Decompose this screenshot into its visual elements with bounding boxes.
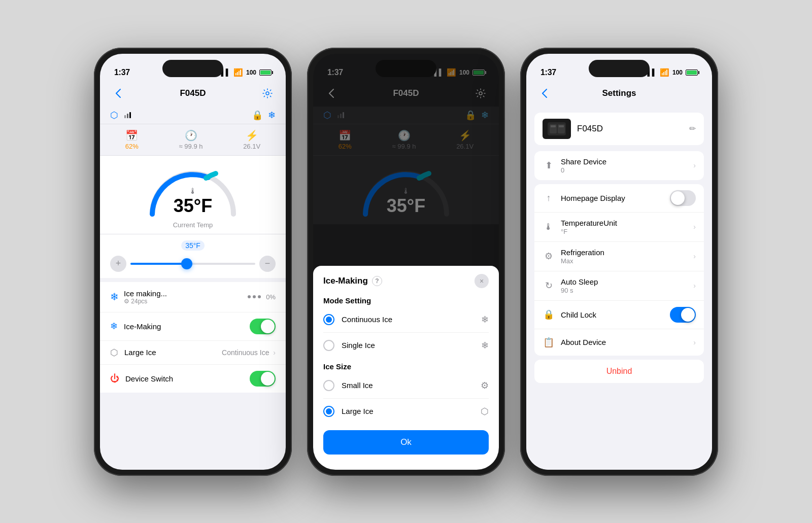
about-content-3: About Device [561,338,687,346]
modal-divider-2b [323,398,489,399]
share-row-3[interactable]: ⬆ Share Device 0 › [534,151,704,180]
edit-icon-3[interactable]: ✏ [689,124,696,133]
about-row-3[interactable]: 📋 About Device › [534,329,704,356]
share-content-3: Share Device 0 [561,157,687,174]
slider-fill-1 [130,263,187,265]
stat-battery-1: 📅 62% [125,129,139,150]
radio-continuous-2[interactable] [323,314,334,325]
option-icon-large-2: ⬡ [481,406,489,417]
ice-count-icon-1: ⚙ [124,298,129,305]
device-switch-label-1: Device Switch [125,374,244,383]
battery-box-1 [259,69,272,76]
option-label-large-2: Large Ice [342,407,473,415]
ice-toggle-1[interactable] [250,319,276,334]
homepage-icon-3: ↑ [543,193,555,203]
phone-1: 1:37 ▌▌ 📶 100 F045D [94,48,292,476]
wifi-icon-1: 📶 [233,68,243,77]
slider-row-1[interactable]: + − [110,256,276,272]
modal-close-btn-2[interactable]: × [475,274,489,288]
size-option-small-2[interactable]: Small Ice ⚙ [323,375,489,396]
option-icon-continuous-2: ❄ [481,314,489,325]
homepage-toggle-3[interactable] [670,190,696,206]
settings-btn-1[interactable] [259,85,276,101]
childlock-content-3: Child Lock [561,310,664,319]
homepage-toggle-thumb-3 [671,191,685,205]
refrig-label-3: Refrigeration [561,248,687,257]
status-icons-3: ▌▌ 📶 100 [648,68,698,77]
radio-inner-large-2 [326,408,332,414]
temp-unit-sub-3: °F [561,228,687,235]
help-icon-2[interactable]: ? [372,276,382,286]
battery-label-3: 100 [672,69,683,76]
gauge-temp-value-1: 35°F [174,195,212,216]
slider-thumb-1[interactable] [181,258,192,269]
radio-large-2[interactable] [323,406,334,417]
childlock-row-3[interactable]: 🔒 Child Lock [534,301,704,329]
status-right-1: 🔒 ❄ [252,110,276,121]
size-section-title-2: Ice Size [323,362,489,371]
large-ice-label-1: Large Ice [124,348,216,357]
childlock-icon-3: 🔒 [543,309,555,320]
device-switch-toggle-1[interactable] [250,371,276,387]
bluetooth-icon-1: ⬡ [110,110,118,121]
gauge-temp-label-1: Current Temp [173,221,213,229]
large-ice-row-1[interactable]: ⬡ Large Ice Continuous Ice › [100,340,286,364]
back-btn-3[interactable] [536,85,553,101]
about-chevron-3: › [693,338,696,346]
phone-1-screen: 1:37 ▌▌ 📶 100 F045D [100,54,286,470]
time-1: 1:37 [114,68,130,77]
nav-bar-3: Settings [526,81,712,107]
stats-row-1: 📅 62% 🕐 ≈ 99.9 h ⚡ 26.1V [100,124,286,155]
stat-time-1: 🕐 ≈ 99.9 h [179,129,203,150]
about-label-3: About Device [561,338,687,346]
slider-minus-btn-1[interactable]: + [110,256,126,272]
svg-text:🌡: 🌡 [189,187,197,195]
svg-point-0 [266,92,269,95]
mode-option-continuous-2[interactable]: Continuous Ice ❄ [323,309,489,330]
unbind-btn-3[interactable]: Unbind [534,360,704,383]
nav-title-3: Settings [602,88,636,98]
radio-small-2[interactable] [323,380,334,391]
svg-rect-7 [551,125,556,127]
unbind-section-3: Unbind [534,360,704,383]
homepage-row-3[interactable]: ↑ Homepage Display [534,184,704,213]
refrig-row-3[interactable]: ⚙ Refrigeration Max › [534,242,704,271]
about-icon-3: 📋 [543,337,555,348]
back-btn-1[interactable] [110,85,126,101]
mode-option-single-2[interactable]: Single Ice ❄ [323,335,489,356]
autosleep-icon-3: ↻ [543,280,555,291]
battery-box-3 [686,69,698,76]
ice-toggle-thumb-1 [261,320,275,333]
ice-making-section-1: ❄ Ice making... ⚙ 24pcs 0% [100,282,286,312]
ice-pct-1: 0% [266,293,276,301]
modal-overlay-2: Ice-Making ? × Mode Setting Continuo [313,54,499,470]
slider-plus-btn-1[interactable]: − [259,256,276,272]
modal-divider-2a [323,332,489,333]
temp-unit-row-3[interactable]: 🌡 TemperatureUnit °F › [534,213,704,242]
size-option-large-2[interactable]: Large Ice ⬡ [323,401,489,422]
battery-fill-3 [687,71,697,75]
device-thumb-3 [543,119,571,139]
power-icon-1: ⏻ [110,373,119,384]
dot-1c [258,295,261,298]
signal-group-1 [124,112,131,118]
ice-dots-1 [248,295,261,298]
slider-section-1: 35°F + − [100,234,286,278]
device-switch-thumb-1 [261,372,275,386]
status-icons-1: ▌▌ 📶 100 [221,68,272,77]
time-3: 1:37 [540,68,556,77]
sig-bar-1 [124,115,126,118]
wifi-icon-3: 📶 [660,68,669,77]
childlock-label-3: Child Lock [561,310,664,319]
childlock-action-3 [670,307,696,323]
svg-rect-8 [559,125,564,127]
modal-ok-btn-2[interactable]: Ok [323,430,489,455]
sig-bar-3 [129,112,131,118]
refrig-icon-3: ⚙ [543,251,555,262]
childlock-toggle-3[interactable] [670,307,696,323]
ice-toggle-label-1: Ice-Making [124,322,244,331]
radio-single-2[interactable] [323,340,334,351]
slider-track-1[interactable] [130,263,255,265]
stat-voltage-1: ⚡ 26.1V [243,129,260,150]
autosleep-row-3[interactable]: ↻ Auto Sleep 90 s › [534,271,704,301]
